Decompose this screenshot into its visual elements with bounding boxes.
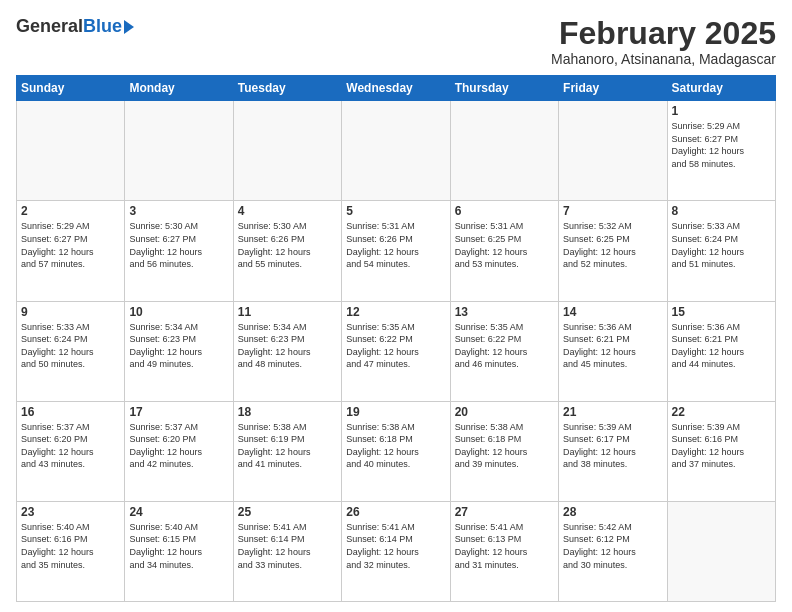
day-number: 17: [129, 405, 228, 419]
calendar-cell: 5Sunrise: 5:31 AM Sunset: 6:26 PM Daylig…: [342, 201, 450, 301]
day-info: Sunrise: 5:38 AM Sunset: 6:18 PM Dayligh…: [455, 421, 554, 471]
calendar-table: Sunday Monday Tuesday Wednesday Thursday…: [16, 75, 776, 602]
day-number: 4: [238, 204, 337, 218]
location: Mahanoro, Atsinanana, Madagascar: [551, 51, 776, 67]
logo-arrow-icon: [124, 20, 134, 34]
col-thursday: Thursday: [450, 76, 558, 101]
day-number: 15: [672, 305, 771, 319]
calendar-cell: 16Sunrise: 5:37 AM Sunset: 6:20 PM Dayli…: [17, 401, 125, 501]
day-info: Sunrise: 5:41 AM Sunset: 6:14 PM Dayligh…: [238, 521, 337, 571]
calendar-week-2: 9Sunrise: 5:33 AM Sunset: 6:24 PM Daylig…: [17, 301, 776, 401]
logo-blue: Blue: [83, 16, 122, 37]
day-number: 12: [346, 305, 445, 319]
day-info: Sunrise: 5:32 AM Sunset: 6:25 PM Dayligh…: [563, 220, 662, 270]
col-saturday: Saturday: [667, 76, 775, 101]
calendar-cell: 9Sunrise: 5:33 AM Sunset: 6:24 PM Daylig…: [17, 301, 125, 401]
col-friday: Friday: [559, 76, 667, 101]
calendar-cell: 23Sunrise: 5:40 AM Sunset: 6:16 PM Dayli…: [17, 501, 125, 601]
calendar-cell: 1Sunrise: 5:29 AM Sunset: 6:27 PM Daylig…: [667, 101, 775, 201]
day-info: Sunrise: 5:34 AM Sunset: 6:23 PM Dayligh…: [129, 321, 228, 371]
calendar-cell: 15Sunrise: 5:36 AM Sunset: 6:21 PM Dayli…: [667, 301, 775, 401]
calendar-cell: [125, 101, 233, 201]
calendar-cell: 28Sunrise: 5:42 AM Sunset: 6:12 PM Dayli…: [559, 501, 667, 601]
day-info: Sunrise: 5:38 AM Sunset: 6:18 PM Dayligh…: [346, 421, 445, 471]
day-info: Sunrise: 5:42 AM Sunset: 6:12 PM Dayligh…: [563, 521, 662, 571]
day-number: 18: [238, 405, 337, 419]
day-info: Sunrise: 5:37 AM Sunset: 6:20 PM Dayligh…: [21, 421, 120, 471]
col-wednesday: Wednesday: [342, 76, 450, 101]
day-number: 11: [238, 305, 337, 319]
day-number: 3: [129, 204, 228, 218]
day-info: Sunrise: 5:34 AM Sunset: 6:23 PM Dayligh…: [238, 321, 337, 371]
logo-general: General: [16, 16, 83, 37]
day-number: 26: [346, 505, 445, 519]
calendar-cell: 12Sunrise: 5:35 AM Sunset: 6:22 PM Dayli…: [342, 301, 450, 401]
calendar-cell: 17Sunrise: 5:37 AM Sunset: 6:20 PM Dayli…: [125, 401, 233, 501]
day-info: Sunrise: 5:35 AM Sunset: 6:22 PM Dayligh…: [455, 321, 554, 371]
day-number: 2: [21, 204, 120, 218]
day-info: Sunrise: 5:41 AM Sunset: 6:14 PM Dayligh…: [346, 521, 445, 571]
calendar-cell: [233, 101, 341, 201]
day-number: 22: [672, 405, 771, 419]
day-number: 24: [129, 505, 228, 519]
day-number: 9: [21, 305, 120, 319]
day-number: 25: [238, 505, 337, 519]
day-number: 14: [563, 305, 662, 319]
day-number: 19: [346, 405, 445, 419]
calendar-week-1: 2Sunrise: 5:29 AM Sunset: 6:27 PM Daylig…: [17, 201, 776, 301]
calendar-cell: 10Sunrise: 5:34 AM Sunset: 6:23 PM Dayli…: [125, 301, 233, 401]
calendar-cell: 6Sunrise: 5:31 AM Sunset: 6:25 PM Daylig…: [450, 201, 558, 301]
day-info: Sunrise: 5:30 AM Sunset: 6:27 PM Dayligh…: [129, 220, 228, 270]
page: General Blue February 2025 Mahanoro, Ats…: [0, 0, 792, 612]
calendar-cell: [450, 101, 558, 201]
day-number: 8: [672, 204, 771, 218]
day-number: 21: [563, 405, 662, 419]
day-number: 20: [455, 405, 554, 419]
calendar-cell: 18Sunrise: 5:38 AM Sunset: 6:19 PM Dayli…: [233, 401, 341, 501]
calendar-header-row: Sunday Monday Tuesday Wednesday Thursday…: [17, 76, 776, 101]
day-number: 1: [672, 104, 771, 118]
day-info: Sunrise: 5:39 AM Sunset: 6:17 PM Dayligh…: [563, 421, 662, 471]
calendar-cell: [667, 501, 775, 601]
calendar-cell: 22Sunrise: 5:39 AM Sunset: 6:16 PM Dayli…: [667, 401, 775, 501]
day-number: 27: [455, 505, 554, 519]
calendar-cell: [17, 101, 125, 201]
day-info: Sunrise: 5:40 AM Sunset: 6:15 PM Dayligh…: [129, 521, 228, 571]
day-number: 23: [21, 505, 120, 519]
col-monday: Monday: [125, 76, 233, 101]
day-number: 13: [455, 305, 554, 319]
calendar-week-4: 23Sunrise: 5:40 AM Sunset: 6:16 PM Dayli…: [17, 501, 776, 601]
day-info: Sunrise: 5:36 AM Sunset: 6:21 PM Dayligh…: [563, 321, 662, 371]
calendar-cell: 25Sunrise: 5:41 AM Sunset: 6:14 PM Dayli…: [233, 501, 341, 601]
calendar-week-0: 1Sunrise: 5:29 AM Sunset: 6:27 PM Daylig…: [17, 101, 776, 201]
title-block: February 2025 Mahanoro, Atsinanana, Mada…: [551, 16, 776, 67]
calendar-cell: [559, 101, 667, 201]
day-number: 5: [346, 204, 445, 218]
day-info: Sunrise: 5:30 AM Sunset: 6:26 PM Dayligh…: [238, 220, 337, 270]
calendar-cell: 13Sunrise: 5:35 AM Sunset: 6:22 PM Dayli…: [450, 301, 558, 401]
day-info: Sunrise: 5:41 AM Sunset: 6:13 PM Dayligh…: [455, 521, 554, 571]
day-number: 28: [563, 505, 662, 519]
day-number: 6: [455, 204, 554, 218]
calendar-cell: 7Sunrise: 5:32 AM Sunset: 6:25 PM Daylig…: [559, 201, 667, 301]
calendar-cell: 21Sunrise: 5:39 AM Sunset: 6:17 PM Dayli…: [559, 401, 667, 501]
calendar-cell: 19Sunrise: 5:38 AM Sunset: 6:18 PM Dayli…: [342, 401, 450, 501]
day-info: Sunrise: 5:31 AM Sunset: 6:26 PM Dayligh…: [346, 220, 445, 270]
col-sunday: Sunday: [17, 76, 125, 101]
calendar-week-3: 16Sunrise: 5:37 AM Sunset: 6:20 PM Dayli…: [17, 401, 776, 501]
day-number: 10: [129, 305, 228, 319]
day-info: Sunrise: 5:33 AM Sunset: 6:24 PM Dayligh…: [672, 220, 771, 270]
month-year: February 2025: [551, 16, 776, 51]
day-number: 16: [21, 405, 120, 419]
calendar-cell: 26Sunrise: 5:41 AM Sunset: 6:14 PM Dayli…: [342, 501, 450, 601]
calendar-cell: 24Sunrise: 5:40 AM Sunset: 6:15 PM Dayli…: [125, 501, 233, 601]
col-tuesday: Tuesday: [233, 76, 341, 101]
day-info: Sunrise: 5:37 AM Sunset: 6:20 PM Dayligh…: [129, 421, 228, 471]
day-info: Sunrise: 5:38 AM Sunset: 6:19 PM Dayligh…: [238, 421, 337, 471]
calendar-cell: 20Sunrise: 5:38 AM Sunset: 6:18 PM Dayli…: [450, 401, 558, 501]
logo: General Blue: [16, 16, 134, 37]
calendar-cell: 2Sunrise: 5:29 AM Sunset: 6:27 PM Daylig…: [17, 201, 125, 301]
calendar-cell: [342, 101, 450, 201]
calendar-cell: 27Sunrise: 5:41 AM Sunset: 6:13 PM Dayli…: [450, 501, 558, 601]
day-info: Sunrise: 5:29 AM Sunset: 6:27 PM Dayligh…: [672, 120, 771, 170]
